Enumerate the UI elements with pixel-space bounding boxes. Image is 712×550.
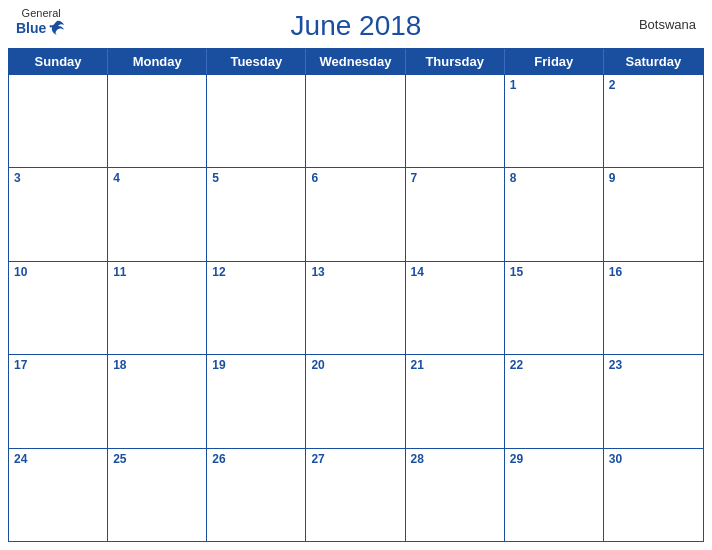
day-number: 6 xyxy=(311,171,399,185)
day-number: 29 xyxy=(510,452,598,466)
day-cell-20: 20 xyxy=(306,355,405,447)
page-title: June 2018 xyxy=(291,10,422,42)
day-number: 4 xyxy=(113,171,201,185)
day-cell-6: 6 xyxy=(306,168,405,260)
day-number: 25 xyxy=(113,452,201,466)
day-cell-2: 2 xyxy=(604,75,703,167)
day-cell-10: 10 xyxy=(9,262,108,354)
day-cell-empty xyxy=(306,75,405,167)
calendar-header: General Blue June 2018 Botswana xyxy=(0,0,712,48)
day-cell-13: 13 xyxy=(306,262,405,354)
calendar-grid: SundayMondayTuesdayWednesdayThursdayFrid… xyxy=(8,48,704,542)
day-header-wednesday: Wednesday xyxy=(306,49,405,74)
day-cell-8: 8 xyxy=(505,168,604,260)
day-cell-11: 11 xyxy=(108,262,207,354)
day-number: 15 xyxy=(510,265,598,279)
day-cell-1: 1 xyxy=(505,75,604,167)
day-cell-21: 21 xyxy=(406,355,505,447)
day-cell-18: 18 xyxy=(108,355,207,447)
day-cell-empty xyxy=(108,75,207,167)
week-row-1: 12 xyxy=(9,74,703,167)
day-header-thursday: Thursday xyxy=(406,49,505,74)
logo-blue: Blue xyxy=(16,21,46,35)
day-cell-14: 14 xyxy=(406,262,505,354)
week-row-2: 3456789 xyxy=(9,167,703,260)
day-cell-19: 19 xyxy=(207,355,306,447)
day-number: 5 xyxy=(212,171,300,185)
week-row-5: 24252627282930 xyxy=(9,448,703,541)
logo: General Blue xyxy=(16,8,66,37)
day-cell-29: 29 xyxy=(505,449,604,541)
day-cell-24: 24 xyxy=(9,449,108,541)
day-number: 2 xyxy=(609,78,698,92)
day-cell-7: 7 xyxy=(406,168,505,260)
day-number: 16 xyxy=(609,265,698,279)
day-number: 11 xyxy=(113,265,201,279)
day-cell-15: 15 xyxy=(505,262,604,354)
country-label: Botswana xyxy=(639,17,696,32)
day-cell-22: 22 xyxy=(505,355,604,447)
day-number: 18 xyxy=(113,358,201,372)
day-cell-9: 9 xyxy=(604,168,703,260)
day-cell-27: 27 xyxy=(306,449,405,541)
day-cell-30: 30 xyxy=(604,449,703,541)
day-number: 14 xyxy=(411,265,499,279)
week-row-4: 17181920212223 xyxy=(9,354,703,447)
day-cell-5: 5 xyxy=(207,168,306,260)
day-header-sunday: Sunday xyxy=(9,49,108,74)
day-number: 23 xyxy=(609,358,698,372)
day-number: 22 xyxy=(510,358,598,372)
day-number: 8 xyxy=(510,171,598,185)
day-number: 12 xyxy=(212,265,300,279)
day-cell-empty xyxy=(207,75,306,167)
day-number: 20 xyxy=(311,358,399,372)
day-number: 19 xyxy=(212,358,300,372)
day-header-monday: Monday xyxy=(108,49,207,74)
day-number: 30 xyxy=(609,452,698,466)
week-row-3: 10111213141516 xyxy=(9,261,703,354)
day-number: 17 xyxy=(14,358,102,372)
day-cell-12: 12 xyxy=(207,262,306,354)
day-cell-3: 3 xyxy=(9,168,108,260)
logo-bird-icon xyxy=(48,19,66,37)
day-cell-23: 23 xyxy=(604,355,703,447)
logo-general: General xyxy=(22,8,61,19)
day-number: 1 xyxy=(510,78,598,92)
day-cell-26: 26 xyxy=(207,449,306,541)
calendar-page: General Blue June 2018 Botswana SundayMo… xyxy=(0,0,712,550)
day-number: 10 xyxy=(14,265,102,279)
day-cell-28: 28 xyxy=(406,449,505,541)
day-cell-17: 17 xyxy=(9,355,108,447)
day-number: 13 xyxy=(311,265,399,279)
day-number: 9 xyxy=(609,171,698,185)
day-cell-16: 16 xyxy=(604,262,703,354)
day-number: 26 xyxy=(212,452,300,466)
day-cell-4: 4 xyxy=(108,168,207,260)
day-cell-empty xyxy=(406,75,505,167)
day-number: 28 xyxy=(411,452,499,466)
day-cell-empty xyxy=(9,75,108,167)
day-header-saturday: Saturday xyxy=(604,49,703,74)
weeks-container: 1234567891011121314151617181920212223242… xyxy=(9,74,703,541)
day-headers-row: SundayMondayTuesdayWednesdayThursdayFrid… xyxy=(9,49,703,74)
day-header-tuesday: Tuesday xyxy=(207,49,306,74)
day-number: 24 xyxy=(14,452,102,466)
day-number: 3 xyxy=(14,171,102,185)
day-number: 7 xyxy=(411,171,499,185)
day-cell-25: 25 xyxy=(108,449,207,541)
day-number: 27 xyxy=(311,452,399,466)
day-header-friday: Friday xyxy=(505,49,604,74)
day-number: 21 xyxy=(411,358,499,372)
